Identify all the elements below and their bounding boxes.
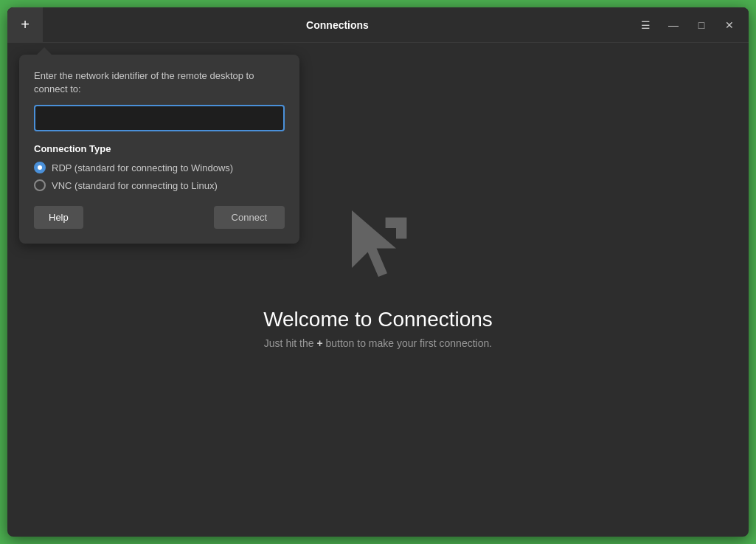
connection-popup: Enter the network identifier of the remo… [19, 55, 299, 244]
rdp-radio-item[interactable]: RDP (standard for connecting to Windows) [34, 162, 285, 173]
rdp-radio[interactable] [34, 162, 46, 173]
network-identifier-input[interactable] [34, 105, 285, 131]
minimize-button[interactable]: — [660, 14, 687, 36]
svg-rect-1 [385, 217, 395, 227]
window-controls: ☰ — □ ✕ [632, 14, 743, 36]
window-title: Connections [43, 19, 632, 31]
app-window: + Connections ☰ — □ ✕ Enter the network … [7, 7, 749, 537]
popup-buttons: Help Connect [34, 206, 285, 229]
vnc-radio-item[interactable]: VNC (standard for connecting to Linux) [34, 179, 285, 191]
menu-button[interactable]: ☰ [632, 14, 659, 36]
titlebar: + Connections ☰ — □ ✕ [7, 7, 749, 43]
titlebar-left: + [7, 7, 43, 43]
svg-rect-3 [396, 228, 406, 238]
maximize-button[interactable]: □ [688, 14, 715, 36]
welcome-subtitle: Just hit the + button to make your first… [264, 337, 492, 349]
add-connection-button[interactable]: + [7, 7, 43, 43]
welcome-title: Welcome to Connections [263, 308, 493, 331]
popup-description: Enter the network identifier of the remo… [34, 69, 285, 96]
vnc-label: VNC (standard for connecting to Linux) [52, 180, 218, 191]
content-area: Enter the network identifier of the remo… [7, 43, 749, 537]
help-button[interactable]: Help [34, 206, 83, 229]
connection-type-label: Connection Type [34, 143, 285, 154]
connection-type-group: RDP (standard for connecting to Windows)… [34, 162, 285, 191]
svg-rect-2 [396, 217, 406, 227]
cursor-icon [334, 202, 423, 290]
rdp-label: RDP (standard for connecting to Windows) [52, 162, 233, 173]
vnc-radio[interactable] [34, 179, 46, 191]
close-button[interactable]: ✕ [716, 14, 743, 36]
connect-button[interactable]: Connect [214, 206, 285, 229]
